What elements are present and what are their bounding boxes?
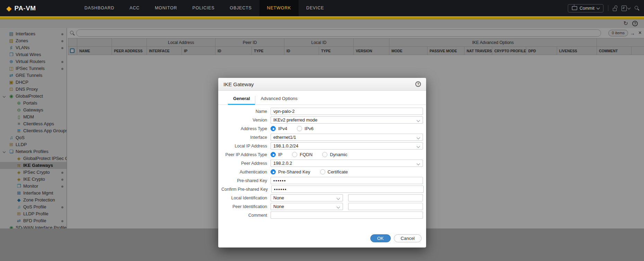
dialog-tabs: GeneralAdvanced Options — [218, 91, 426, 105]
comment-label: Comment — [221, 213, 271, 218]
radio-option-label: FQDN — [300, 152, 312, 157]
palo-alto-logo-icon: ◆ — [6, 5, 11, 12]
form-row-version: Version IKEv2 preferred mode — [221, 116, 426, 124]
peer-ip-type-radio-group: IPFQDNDynamic — [271, 152, 423, 157]
pre-shared-key-input[interactable]: •••••• — [271, 177, 423, 184]
brand-logo: ◆ PA-VM — [6, 4, 36, 12]
form-row-local-ip: Local IP Address 198.1.0.2/24 — [221, 142, 426, 150]
confirm-pre-shared-key-label: Confirm Pre-shared Key — [221, 187, 271, 192]
nav-tab[interactable]: OBJECTS — [222, 0, 259, 16]
nav-tab-label: POLICIES — [192, 6, 214, 10]
local-ip-select[interactable]: 198.1.0.2/24 — [271, 142, 423, 150]
peer-address-select[interactable]: 198.2.0.2 — [271, 160, 423, 167]
nav-tab[interactable]: MONITOR — [147, 0, 185, 16]
nav-tab[interactable]: DASHBOARD — [77, 0, 122, 16]
interface-select[interactable]: ethernet1/1 — [271, 134, 423, 141]
address-type-radio-group: IPv4IPv6 — [271, 126, 423, 131]
form-row-interface: Interface ethernet1/1 — [221, 134, 426, 141]
radio-option[interactable]: Pre-Shared Key — [271, 169, 310, 174]
cancel-button[interactable]: Cancel — [394, 234, 422, 242]
radio-option[interactable]: Certificate — [320, 169, 348, 174]
radio-option-label: IPv6 — [305, 126, 314, 131]
radio-option[interactable]: Dynamic — [322, 152, 347, 157]
unlock-icon[interactable] — [613, 8, 617, 11]
peer-ip-type-label: Peer IP Address Type — [221, 152, 271, 157]
workspace: ↻ ? ▤ Interfaces ▨ Zones ♯ VLANs — [0, 19, 644, 261]
nav-tab-label: DEVICE — [306, 6, 324, 10]
radio-option-label: IPv4 — [278, 126, 287, 131]
form-row-name: Name vpn-palo-2 — [221, 108, 426, 115]
config-save-icon[interactable] — [621, 6, 630, 11]
dialog-tab[interactable]: General — [228, 96, 255, 105]
divider — [608, 5, 608, 11]
address-type-label: Address Type — [221, 126, 271, 131]
radio-icon — [271, 126, 276, 131]
chevron-down-icon — [627, 6, 631, 9]
top-nav: ◆ PA-VM DASHBOARDACCMONITORPOLICIESOBJEC… — [0, 0, 644, 16]
form-row-pre-shared-key: Pre-shared Key •••••• — [221, 177, 426, 184]
form-row-confirm-pre-shared-key: Confirm Pre-shared Key •••••• — [221, 186, 426, 193]
ok-button[interactable]: OK — [370, 234, 391, 242]
nav-tab-label: ACC — [130, 6, 140, 10]
document-icon — [621, 6, 627, 11]
peer-identification-label: Peer Identification — [221, 204, 271, 209]
pre-shared-key-label: Pre-shared Key — [221, 178, 271, 183]
radio-icon — [322, 152, 327, 157]
nav-tab[interactable]: DEVICE — [299, 0, 332, 16]
form-row-address-type: Address Type IPv4IPv6 — [221, 125, 426, 132]
radio-icon — [320, 169, 325, 174]
form-row-peer-ip-type: Peer IP Address Type IPFQDNDynamic — [221, 151, 426, 158]
peer-identification-select[interactable]: None — [271, 203, 343, 210]
radio-option[interactable]: IPv4 — [271, 126, 287, 131]
local-ip-label: Local IP Address — [221, 144, 271, 148]
commit-button[interactable]: Commit — [568, 4, 603, 12]
nav-tab[interactable]: ACC — [122, 0, 147, 16]
nav-right-cluster: Commit — [568, 0, 639, 16]
radio-option-label: IP — [278, 152, 282, 157]
peer-identification-input[interactable] — [348, 203, 423, 210]
dialog-title-bar: IKE Gateway ? — [218, 78, 426, 91]
radio-icon — [292, 152, 297, 157]
radio-option[interactable]: IPv6 — [297, 126, 314, 131]
local-identification-label: Local Identification — [221, 196, 271, 200]
radio-option-label: Dynamic — [330, 152, 347, 157]
nav-tab[interactable]: NETWORK — [259, 0, 299, 16]
dialog-footer: OK Cancel — [370, 234, 422, 242]
commit-icon — [572, 6, 577, 10]
form-row-local-identification: Local Identification None — [221, 194, 426, 201]
form-row-comment: Comment — [221, 212, 426, 219]
nav-tab-label: DASHBOARD — [85, 6, 114, 10]
form-row-peer-address: Peer Address 198.2.0.2 — [221, 160, 426, 167]
confirm-pre-shared-key-input[interactable]: •••••• — [271, 186, 424, 193]
authentication-radio-group: Pre-Shared KeyCertificate — [271, 169, 423, 174]
name-input[interactable]: vpn-palo-2 — [271, 108, 423, 115]
nav-tab-label: MONITOR — [155, 6, 177, 10]
radio-icon — [271, 152, 276, 157]
radio-icon — [271, 169, 276, 174]
peer-address-label: Peer Address — [221, 161, 271, 166]
global-search-icon[interactable] — [635, 6, 639, 10]
brand-name: PA-VM — [14, 4, 36, 12]
dialog-title: IKE Gateway — [223, 81, 254, 87]
local-identification-select[interactable]: None — [271, 194, 343, 201]
interface-label: Interface — [221, 135, 271, 140]
local-identification-input[interactable] — [348, 194, 423, 201]
radio-icon — [297, 126, 302, 131]
local-identification-controls: None — [271, 194, 423, 201]
ike-gateway-dialog: IKE Gateway ? GeneralAdvanced Options Na… — [218, 78, 426, 248]
comment-input[interactable] — [271, 212, 423, 219]
radio-option[interactable]: FQDN — [292, 152, 312, 157]
nav-tab[interactable]: POLICIES — [185, 0, 222, 16]
dialog-help-icon[interactable]: ? — [415, 81, 421, 87]
version-select[interactable]: IKEv2 preferred mode — [271, 116, 423, 124]
radio-option[interactable]: IP — [271, 152, 282, 157]
nav-tab-label: NETWORK — [267, 6, 291, 10]
form-row-peer-identification: Peer Identification None — [221, 203, 426, 210]
form-row-authentication: Authentication Pre-Shared KeyCertificate — [221, 168, 426, 176]
accent-bar — [0, 16, 644, 19]
dialog-tab[interactable]: Advanced Options — [255, 96, 302, 105]
pa-vm-app-window: ◆ PA-VM DASHBOARDACCMONITORPOLICIESOBJEC… — [0, 0, 644, 261]
authentication-label: Authentication — [221, 170, 271, 174]
peer-identification-controls: None — [271, 203, 423, 210]
version-label: Version — [221, 118, 271, 123]
